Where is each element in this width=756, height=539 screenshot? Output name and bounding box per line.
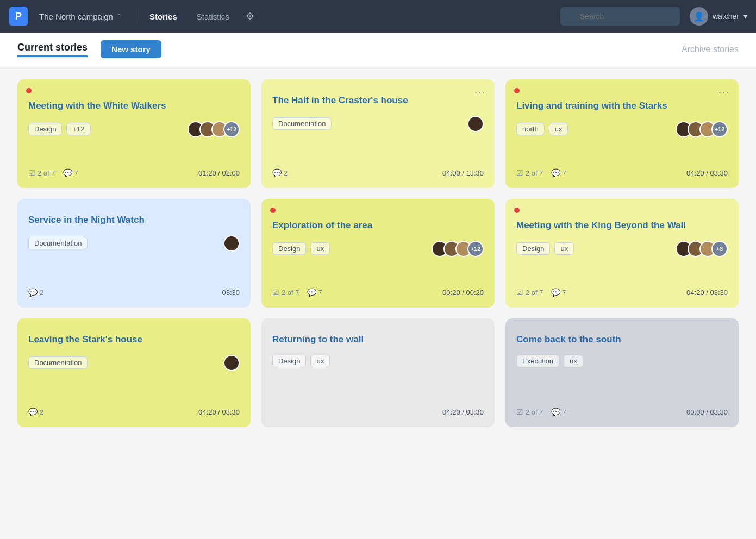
tag[interactable]: Execution — [516, 355, 559, 367]
story-card-5[interactable]: Exploration of the areaDesignux+12 ☑ 2 o… — [261, 199, 495, 308]
campaign-name: The North campaign — [39, 12, 113, 21]
story-card-3[interactable]: ···Living and training with the Starksno… — [505, 79, 739, 188]
card-menu-button[interactable]: ··· — [718, 87, 730, 98]
avatar-count-badge: +12 — [223, 121, 240, 137]
tag[interactable]: Design — [272, 355, 306, 367]
chat-icon: 💬 — [63, 168, 72, 177]
cards-grid: Meeting with the White WalkersDesign+12+… — [17, 79, 739, 427]
chat-icon: 💬 — [551, 408, 560, 416]
tag[interactable]: Design — [28, 123, 62, 135]
stats-row: 💬 2 03:30 — [28, 288, 240, 297]
tag[interactable]: +12 — [66, 123, 90, 135]
tag[interactable]: ux — [310, 242, 330, 255]
comment-stat: 💬 7 — [551, 288, 566, 297]
logo-icon[interactable]: P — [9, 7, 28, 26]
tags-avatars-row: Executionux — [516, 355, 728, 367]
card-title: Meeting with the White Walkers — [28, 100, 240, 112]
check-count: 2 of 7 — [38, 169, 55, 177]
nav-statistics[interactable]: Statistics — [189, 8, 237, 26]
story-card-4[interactable]: Service in the Night WatchDocumentation … — [17, 199, 251, 308]
avatar — [467, 116, 484, 132]
check-count: 2 of 7 — [282, 289, 299, 297]
archive-stories-link[interactable]: Archive stories — [682, 45, 739, 54]
tags-avatars-row: Documentation — [28, 235, 240, 252]
stats-row: ☑ 2 of 7 💬 7 04:20 / 03:30 — [516, 168, 728, 177]
story-card-9[interactable]: Come back to the southExecutionux ☑ 2 of… — [505, 318, 739, 427]
time-stat: 04:20 / 03:30 — [686, 169, 728, 177]
avatar-count-badge: +12 — [711, 121, 728, 137]
check-icon: ☑ — [516, 288, 523, 297]
check-stat: ☑ 2 of 7 — [516, 168, 543, 177]
nav-divider — [135, 9, 135, 24]
check-icon: ☑ — [28, 168, 35, 177]
comment-count: 2 — [284, 169, 288, 177]
story-card-7[interactable]: Leaving the Stark's houseDocumentation 💬… — [17, 318, 251, 427]
comment-stat: 💬 2 — [28, 408, 43, 416]
tag[interactable]: Documentation — [28, 356, 88, 369]
avatars-group — [223, 355, 240, 371]
chevron-down-icon: ⌃ — [116, 12, 122, 20]
tag[interactable]: Documentation — [272, 117, 332, 130]
avatars-group: +12 — [188, 121, 240, 137]
avatars-group: +3 — [676, 241, 728, 257]
user-menu[interactable]: 👤 watcher ▾ — [690, 7, 747, 26]
comment-count: 2 — [40, 289, 43, 297]
tag[interactable]: ux — [554, 242, 574, 255]
nav-stories[interactable]: Stories — [142, 8, 185, 26]
avatars-group: +12 — [432, 241, 484, 257]
status-dot — [26, 88, 32, 93]
time-stat: 00:20 / 00:20 — [442, 289, 484, 297]
card-title: Returning to the wall — [272, 334, 484, 346]
tag[interactable]: Documentation — [28, 237, 88, 249]
comment-stat: 💬 7 — [63, 168, 78, 177]
chat-icon: 💬 — [28, 408, 38, 416]
time-stat: 03:30 — [222, 289, 240, 297]
tag[interactable]: ux — [310, 355, 330, 367]
avatars-group — [223, 235, 240, 252]
check-icon: ☑ — [272, 288, 279, 297]
time-stat: 04:20 / 03:30 — [198, 408, 240, 416]
story-card-2[interactable]: ···The Halt in the Craster's houseDocume… — [261, 79, 495, 188]
comment-count: 7 — [563, 289, 566, 297]
campaign-selector[interactable]: The North campaign ⌃ — [33, 12, 128, 21]
tag[interactable]: ux — [549, 123, 568, 135]
time-stat: 04:20 / 03:30 — [686, 289, 728, 297]
avatar-count-badge: +3 — [711, 241, 728, 257]
story-card-1[interactable]: Meeting with the White WalkersDesign+12+… — [17, 79, 251, 188]
card-menu-button[interactable]: ··· — [474, 87, 486, 98]
check-icon: ☑ — [516, 408, 523, 416]
card-title: Exploration of the area — [272, 220, 484, 232]
card-title: Leaving the Stark's house — [28, 334, 240, 346]
stats-row: 💬 2 04:00 / 13:30 — [272, 168, 484, 177]
user-avatar: 👤 — [690, 7, 708, 26]
user-chevron-icon: ▾ — [743, 12, 747, 21]
comment-stat: 💬 7 — [307, 288, 322, 297]
new-story-button[interactable]: New story — [101, 40, 161, 58]
tag[interactable]: north — [516, 123, 545, 135]
tags-avatars-row: northux+12 — [516, 121, 728, 137]
search-input[interactable] — [560, 7, 680, 26]
check-stat: ☑ 2 of 7 — [28, 168, 55, 177]
tag[interactable]: Design — [516, 242, 550, 255]
chat-icon: 💬 — [272, 168, 282, 177]
tag[interactable]: ux — [564, 355, 583, 367]
card-title: Living and training with the Starks — [516, 100, 728, 112]
story-card-8[interactable]: Returning to the wallDesignux04:20 / 03:… — [261, 318, 495, 427]
check-stat: ☑ 2 of 7 — [516, 288, 543, 297]
tab-current-stories[interactable]: Current stories — [17, 42, 88, 57]
check-stat: ☑ 2 of 7 — [516, 408, 543, 416]
story-card-6[interactable]: Meeting with the King Beyond the WallDes… — [505, 199, 739, 308]
tags-avatars-row: Design+12+12 — [28, 121, 240, 137]
comment-stat: 💬 7 — [551, 408, 566, 416]
search-wrap: 🔍 — [560, 7, 680, 26]
comment-stat: 💬 7 — [551, 168, 566, 177]
check-count: 2 of 7 — [526, 169, 543, 177]
subheader: Current stories New story Archive storie… — [0, 33, 756, 66]
stats-row: ☑ 2 of 7 💬 7 00:00 / 03:30 — [516, 408, 728, 416]
tags-avatars-row: Documentation — [272, 116, 484, 132]
gear-icon[interactable]: ⚙ — [241, 8, 259, 24]
comment-count: 7 — [563, 408, 566, 416]
tag[interactable]: Design — [272, 242, 306, 255]
navbar: P The North campaign ⌃ Stories Statistic… — [0, 0, 756, 33]
card-title: Service in the Night Watch — [28, 214, 240, 227]
